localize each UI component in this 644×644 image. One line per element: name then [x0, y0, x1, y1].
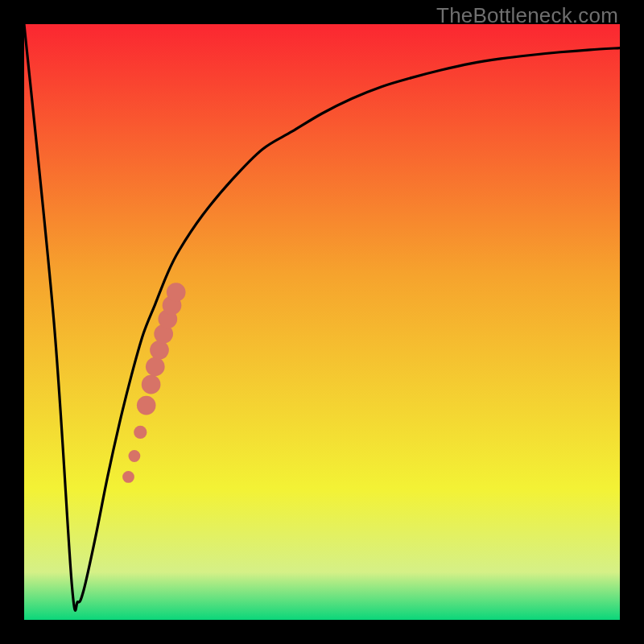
marker-dot [142, 375, 161, 394]
marker-dot [167, 283, 186, 302]
bottleneck-chart [24, 24, 620, 620]
marker-dot [134, 426, 147, 439]
marker-dot [129, 450, 141, 462]
marker-dot [122, 471, 134, 483]
chart-frame [24, 24, 620, 620]
marker-dot [146, 357, 165, 377]
marker-dot [137, 396, 156, 415]
marker-dot [150, 341, 169, 360]
